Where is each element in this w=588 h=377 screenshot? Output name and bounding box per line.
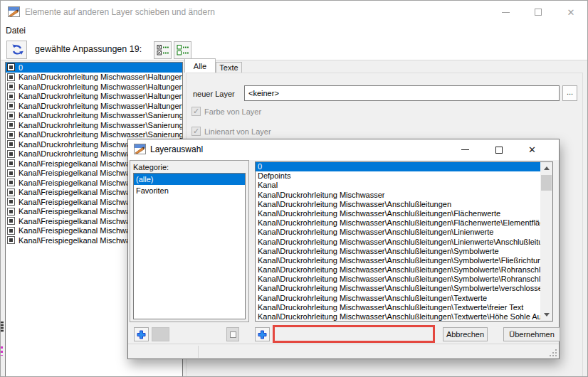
row-label: Kanal\Freispiegelkanal Mischwasser: [19, 169, 145, 177]
layer-row-label: Kanal\Druckrohrleitung Mischwasser: [258, 191, 385, 199]
adjustment-row[interactable]: 0: [6, 63, 182, 73]
checkbox-linienart-label: Linienart von Layer: [204, 127, 271, 136]
layer-row[interactable]: Kanal\Druckrohrleitung Mischwasser\Ansch…: [256, 218, 540, 228]
scrollbar-thumb[interactable]: [541, 175, 552, 191]
row-checkbox[interactable]: [7, 179, 15, 186]
main-titlebar[interactable]: Elemente auf anderen Layer schieben und …: [1, 1, 587, 23]
row-checkbox[interactable]: [7, 63, 15, 71]
deselect-all-button[interactable]: [174, 41, 191, 59]
row-checkbox[interactable]: [7, 150, 15, 158]
row-checkbox[interactable]: [7, 102, 15, 110]
layer-row[interactable]: Kanal\Druckrohrleitung Mischwasser\Ansch…: [256, 238, 540, 247]
row-checkbox[interactable]: [7, 188, 15, 196]
layer-row[interactable]: Kanal\Druckrohrleitung Mischwasser\Ansch…: [256, 303, 540, 312]
row-checkbox[interactable]: [7, 140, 15, 148]
category-color-button[interactable]: [152, 327, 169, 341]
row-checkbox[interactable]: [7, 159, 15, 167]
adjustment-row[interactable]: Kanal\Druckrohrleitung Mischwasser\Haltu…: [6, 92, 182, 102]
category-options-button[interactable]: [226, 327, 239, 341]
main-minimize-button[interactable]: [489, 1, 522, 23]
dialog-maximize-button[interactable]: [482, 139, 515, 160]
row-checkbox[interactable]: [7, 83, 15, 90]
layer-row[interactable]: Kanal\Druckrohrleitung Mischwasser\Ansch…: [256, 228, 540, 237]
row-checkbox[interactable]: [7, 169, 15, 177]
layer-filter-input[interactable]: [273, 325, 435, 343]
scroll-down-button[interactable]: [540, 309, 552, 321]
tab-texte[interactable]: Texte: [216, 62, 242, 73]
cancel-button-label: Abbrechen: [446, 330, 484, 339]
layer-list-scrollbar[interactable]: [540, 162, 552, 321]
row-checkbox[interactable]: [7, 236, 15, 244]
select-all-button[interactable]: [154, 41, 172, 59]
resize-grip-icon[interactable]: [549, 349, 557, 357]
checkbox-farbe-label: Farbe von Layer: [204, 107, 261, 116]
row-checkbox[interactable]: [7, 92, 15, 100]
layer-row-label: Kanal\Druckrohrleitung Mischwasser\Ansch…: [258, 247, 499, 255]
adjustment-row[interactable]: Kanal\Druckrohrleitung Mischwasser\Sanie…: [6, 130, 182, 140]
layer-row[interactable]: Kanal\Druckrohrleitung Mischwasser\Ansch…: [256, 247, 540, 256]
row-label: Kanal\Druckrohrleitung Mischwasser\Haltu…: [19, 73, 182, 81]
add-icon: [258, 330, 267, 339]
ellipsis-icon: ...: [567, 87, 573, 96]
close-icon: ✕: [567, 7, 575, 18]
close-icon: ✕: [528, 144, 536, 155]
refresh-button[interactable]: [6, 41, 27, 59]
layer-row[interactable]: Kanal\Druckrohrleitung Mischwasser\Ansch…: [256, 294, 540, 303]
app-icon: [134, 144, 146, 155]
layer-row-label: Kanal\Druckrohrleitung Mischwasser\Ansch…: [258, 275, 540, 283]
add-layer-button[interactable]: [255, 327, 270, 341]
minimize-icon: [502, 12, 510, 13]
layer-list: 0 Defpoints Kanal Kanal\Druckrohrleitung…: [255, 161, 553, 322]
adjustment-row[interactable]: Kanal\Druckrohrleitung Mischwasser\Sanie…: [6, 111, 182, 121]
row-checkbox[interactable]: [7, 131, 15, 139]
new-layer-input[interactable]: [244, 85, 560, 101]
layer-row-label: Kanal\Druckrohrleitung Mischwasser\Ansch…: [258, 312, 540, 321]
main-maximize-button[interactable]: [522, 1, 555, 23]
row-checkbox[interactable]: [7, 121, 15, 129]
row-checkbox[interactable]: [7, 112, 15, 120]
tab-alle[interactable]: Alle: [184, 58, 216, 73]
adjustment-row[interactable]: Kanal\Druckrohrleitung Mischwasser\Haltu…: [6, 101, 182, 111]
layer-row[interactable]: Kanal\Druckrohrleitung Mischwasser\Ansch…: [256, 275, 540, 284]
row-checkbox[interactable]: [7, 73, 15, 81]
dialog-close-button[interactable]: ✕: [515, 139, 549, 160]
main-close-button[interactable]: ✕: [555, 1, 587, 23]
category-row[interactable]: Favoriten: [134, 185, 245, 196]
layer-row[interactable]: 0: [256, 162, 540, 171]
apply-button[interactable]: Übernehmen: [503, 327, 560, 341]
row-checkbox[interactable]: [7, 198, 15, 206]
category-row[interactable]: (alle): [134, 174, 245, 185]
layer-row[interactable]: Kanal\Druckrohrleitung Mischwasser\Ansch…: [256, 200, 540, 209]
adjustment-row[interactable]: Kanal\Druckrohrleitung Mischwasser\Haltu…: [6, 82, 182, 92]
layer-row[interactable]: Kanal\Druckrohrleitung Mischwasser\Ansch…: [256, 256, 540, 265]
row-label: Kanal\Freispiegelkanal Mischwasser: [19, 226, 145, 235]
adjustment-row[interactable]: Kanal\Druckrohrleitung Mischwasser\Haltu…: [6, 73, 182, 83]
dialog-minimize-button[interactable]: [448, 139, 482, 160]
add-category-button[interactable]: [134, 327, 149, 341]
cancel-button[interactable]: Abbrechen: [443, 327, 488, 341]
arrow-up-icon: [544, 166, 550, 170]
row-checkbox[interactable]: [7, 217, 15, 225]
row-checkbox[interactable]: [7, 208, 15, 216]
checkbox-farbe-von-layer[interactable]: ✓ Farbe von Layer: [191, 107, 261, 116]
layer-row-label: Defpoints: [258, 171, 290, 180]
layer-row[interactable]: Kanal: [256, 181, 540, 190]
browse-layer-button[interactable]: ...: [562, 85, 577, 101]
layer-row[interactable]: Kanal\Druckrohrleitung Mischwasser\Ansch…: [256, 284, 540, 293]
layer-row-label: Kanal\Druckrohrleitung Mischwasser\Ansch…: [258, 209, 500, 218]
scroll-up-button[interactable]: [540, 162, 552, 174]
layer-row-label: Kanal\Druckrohrleitung Mischwasser\Ansch…: [258, 228, 493, 236]
layer-row[interactable]: Defpoints: [256, 171, 540, 181]
row-label: Kanal\Freispiegelkanal Mischwasser: [19, 159, 145, 168]
layer-row-label: Kanal\Druckrohrleitung Mischwasser\Ansch…: [258, 256, 540, 265]
adjustment-row[interactable]: Kanal\Druckrohrleitung Mischwasser\Sanie…: [6, 120, 182, 130]
menu-item-datei[interactable]: Datei: [1, 23, 31, 38]
row-checkbox[interactable]: [7, 227, 15, 235]
layer-row[interactable]: Kanal\Druckrohrleitung Mischwasser\Ansch…: [256, 312, 540, 321]
layer-row[interactable]: Kanal\Druckrohrleitung Mischwasser: [256, 191, 540, 200]
checkbox-linienart-von-layer[interactable]: ✓ Linienart von Layer: [191, 127, 271, 136]
layer-row[interactable]: Kanal\Druckrohrleitung Mischwasser\Ansch…: [256, 209, 540, 218]
layer-row[interactable]: Kanal\Druckrohrleitung Mischwasser\Ansch…: [256, 265, 540, 275]
dialog-titlebar[interactable]: Layerauswahl ✕: [128, 139, 559, 160]
row-label: Kanal\Freispiegelkanal Mischwasser: [19, 236, 145, 245]
